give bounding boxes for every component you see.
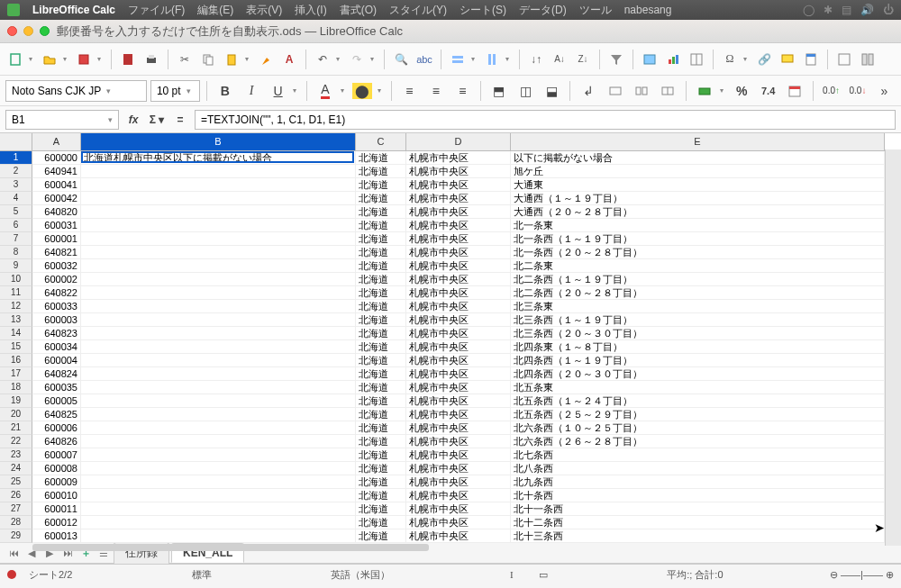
row-header[interactable]: 9 bbox=[0, 259, 32, 273]
cell[interactable]: 640826 bbox=[32, 435, 81, 448]
cell[interactable]: 札幌市中央区 bbox=[406, 381, 511, 394]
cell[interactable] bbox=[81, 421, 356, 435]
cell[interactable]: 600003 bbox=[32, 313, 81, 327]
filter-icon[interactable] bbox=[606, 50, 626, 69]
clear-format-icon[interactable]: A bbox=[279, 50, 299, 69]
cell[interactable]: 北海道 bbox=[356, 165, 406, 178]
cell[interactable]: 北五条西（２５～２９丁目） bbox=[511, 408, 885, 421]
cell[interactable]: 札幌市中央区 bbox=[406, 394, 511, 408]
cell[interactable]: 600011 bbox=[32, 502, 81, 516]
cell[interactable] bbox=[81, 340, 356, 354]
cell[interactable]: 大通西（２０～２８丁目） bbox=[511, 205, 885, 219]
cell[interactable]: 札幌市中央区 bbox=[406, 475, 511, 489]
row-header[interactable]: 10 bbox=[0, 273, 32, 286]
font-size-combo[interactable]: 10 pt▾ bbox=[150, 80, 200, 102]
cell[interactable]: 札幌市中央区 bbox=[406, 313, 511, 327]
cell[interactable]: 北六条西（１０～２５丁目） bbox=[511, 421, 885, 435]
align-left-icon[interactable]: ≡ bbox=[398, 80, 421, 102]
cell[interactable]: 600010 bbox=[32, 489, 81, 502]
cell[interactable]: 札幌市中央区 bbox=[406, 219, 511, 232]
cell[interactable]: 北七条西 bbox=[511, 448, 885, 462]
row-header[interactable]: 16 bbox=[0, 354, 32, 367]
menu-insert[interactable]: 挿入(I) bbox=[295, 3, 326, 18]
cell[interactable]: 600006 bbox=[32, 421, 81, 435]
hyperlink-icon[interactable]: 🔗 bbox=[754, 50, 774, 69]
tab-first-icon[interactable]: ⏮ bbox=[5, 547, 22, 558]
cell[interactable]: 北海道 bbox=[356, 327, 406, 340]
cell[interactable] bbox=[81, 367, 356, 381]
cell[interactable]: 札幌市中央区 bbox=[406, 205, 511, 219]
cell[interactable]: 北四条西（１～１９丁目） bbox=[511, 354, 885, 367]
cell[interactable]: 札幌市中央区 bbox=[406, 151, 511, 165]
maximize-button[interactable] bbox=[40, 26, 50, 36]
currency-icon[interactable] bbox=[693, 80, 715, 102]
date-icon[interactable] bbox=[783, 80, 805, 102]
cell[interactable] bbox=[81, 516, 356, 529]
highlight-button[interactable]: ⬤ bbox=[350, 80, 373, 102]
wrap-icon[interactable]: ↲ bbox=[577, 80, 599, 102]
cell[interactable]: 北海道 bbox=[356, 246, 406, 259]
cell[interactable]: 北二条西（２０～２８丁目） bbox=[511, 286, 885, 300]
cell[interactable]: 札幌市中央区 bbox=[406, 300, 511, 313]
row-header[interactable]: 27 bbox=[0, 502, 32, 516]
merge2-icon[interactable] bbox=[630, 80, 652, 102]
menu-style[interactable]: スタイル(Y) bbox=[389, 3, 447, 18]
cell[interactable]: 600004 bbox=[32, 354, 81, 367]
cell[interactable]: 北海道 bbox=[356, 367, 406, 381]
cell[interactable]: 北海道 bbox=[356, 340, 406, 354]
cell[interactable]: 札幌市中央区 bbox=[406, 340, 511, 354]
cell[interactable]: 北海道 bbox=[356, 219, 406, 232]
cell[interactable]: 札幌市中央区 bbox=[406, 273, 511, 286]
cell[interactable]: 北五条東 bbox=[511, 381, 885, 394]
cell[interactable]: 札幌市中央区 bbox=[406, 516, 511, 529]
cell[interactable] bbox=[81, 259, 356, 273]
cell[interactable]: 640820 bbox=[32, 205, 81, 219]
equals-button[interactable]: = bbox=[171, 113, 189, 126]
insert-mode-icon[interactable]: I bbox=[497, 569, 526, 580]
cell[interactable]: 北海道 bbox=[356, 232, 406, 246]
menu-data[interactable]: データ(D) bbox=[519, 3, 567, 18]
close-button[interactable] bbox=[7, 26, 17, 36]
cell[interactable]: 北海道 bbox=[356, 354, 406, 367]
sum-button[interactable]: Σ ▾ bbox=[148, 113, 166, 126]
row-header[interactable]: 20 bbox=[0, 408, 32, 421]
cell[interactable]: 北海道 bbox=[356, 394, 406, 408]
cell[interactable] bbox=[81, 219, 356, 232]
cell[interactable]: 北海道 bbox=[356, 300, 406, 313]
sort-asc-icon[interactable]: ↓↑ bbox=[526, 50, 546, 69]
cell[interactable]: 札幌市中央区 bbox=[406, 232, 511, 246]
cell[interactable]: 札幌市中央区 bbox=[406, 408, 511, 421]
cell[interactable]: 札幌市中央区 bbox=[406, 502, 511, 516]
cell[interactable]: 北十条西 bbox=[511, 489, 885, 502]
cell[interactable] bbox=[81, 205, 356, 219]
cell[interactable]: 600035 bbox=[32, 381, 81, 394]
number-icon[interactable]: 7.4 bbox=[757, 80, 779, 102]
pdf-icon[interactable] bbox=[118, 50, 138, 69]
menu-tools[interactable]: ツール bbox=[579, 3, 612, 18]
underline-button[interactable]: U bbox=[267, 80, 289, 102]
cell[interactable]: 札幌市中央区 bbox=[406, 489, 511, 502]
cell[interactable] bbox=[81, 178, 356, 192]
zoom-control[interactable]: ⊖ ——|—— ⊕ bbox=[830, 569, 894, 581]
column-header-B[interactable]: B bbox=[81, 133, 356, 151]
percent-icon[interactable]: % bbox=[730, 80, 752, 102]
dec-decimal-icon[interactable]: 0.0↓ bbox=[846, 80, 869, 102]
valign-top-icon[interactable]: ⬒ bbox=[487, 80, 510, 102]
selection-mode-icon[interactable]: ▭ bbox=[526, 569, 560, 581]
cell[interactable]: 大通東 bbox=[511, 178, 885, 192]
cell[interactable] bbox=[81, 354, 356, 367]
cell[interactable]: 北海道 bbox=[356, 313, 406, 327]
cell[interactable] bbox=[81, 408, 356, 421]
cell[interactable]: 旭ケ丘 bbox=[511, 165, 885, 178]
new-icon[interactable] bbox=[5, 50, 25, 69]
cell[interactable]: 北一条東 bbox=[511, 219, 885, 232]
comment-icon[interactable] bbox=[778, 50, 797, 69]
cell[interactable]: 600032 bbox=[32, 259, 81, 273]
cell[interactable] bbox=[81, 394, 356, 408]
row-header[interactable]: 12 bbox=[0, 300, 32, 313]
cell[interactable]: 600002 bbox=[32, 273, 81, 286]
language[interactable]: 英語（米国） bbox=[318, 568, 403, 582]
cell[interactable]: 北十二条西 bbox=[511, 516, 885, 529]
row-header[interactable]: 1 bbox=[0, 151, 32, 165]
valign-bot-icon[interactable]: ⬓ bbox=[541, 80, 563, 102]
